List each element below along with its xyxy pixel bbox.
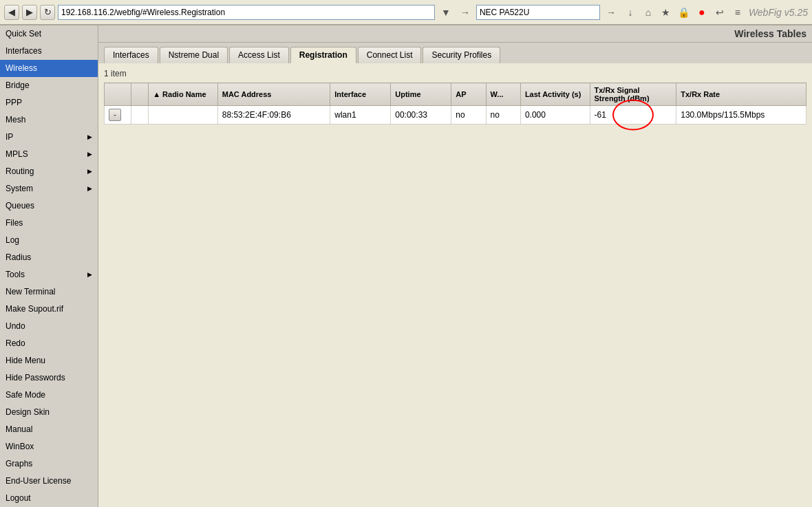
search-go-button[interactable]: → xyxy=(603,4,619,21)
back-button[interactable]: ◀ xyxy=(4,5,19,20)
sidebar-item-design-skin[interactable]: Design Skin xyxy=(0,404,98,421)
sidebar-item-ppp[interactable]: PPP xyxy=(0,94,98,111)
radio-name-cell xyxy=(149,106,218,125)
registration-table: ▲ Radio Name MAC Address Interface Uptim… xyxy=(104,83,806,125)
signal-strength-cell: -61 xyxy=(590,106,676,125)
sidebar-item-files[interactable]: Files xyxy=(0,215,98,232)
sidebar-item-redo[interactable]: Redo xyxy=(0,335,98,352)
sidebar-item-safe-mode[interactable]: Safe Mode xyxy=(0,387,98,404)
tab-interfaces[interactable]: Interfaces xyxy=(104,47,158,63)
rate-cell: 130.0Mbps/115.5Mbps xyxy=(676,106,806,125)
sidebar-item-quick-set[interactable]: Quick Set xyxy=(0,25,98,43)
sidebar-item-system[interactable]: System xyxy=(0,180,98,197)
action-cell: - xyxy=(105,106,131,125)
content-area: Wireless Tables InterfacesNstreme DualAc… xyxy=(98,25,812,507)
th-flag xyxy=(131,83,148,106)
table-area: 1 item ▲ Radio Name MAC Address Interfac… xyxy=(98,63,812,507)
table-row: -88:53:2E:4F:09:B6wlan100:00:33nono0.000… xyxy=(105,106,806,125)
addon-icon[interactable]: ● xyxy=(694,4,710,21)
uptime-cell: 00:00:33 xyxy=(391,106,451,125)
sidebar-item-mpls[interactable]: MPLS xyxy=(0,146,98,163)
th-signal: Tx/Rx Signal Strength (dBm) xyxy=(590,83,676,106)
sidebar-item-new-terminal[interactable]: New Terminal xyxy=(0,283,98,301)
tab-connect-list[interactable]: Connect List xyxy=(358,47,422,63)
browser-chrome: ◀ ▶ ↻ ▼ → → ↓ ⌂ ★ 🔒 ● ↩ ≡ WebFig v5.25 xyxy=(0,0,812,25)
menu-icon[interactable]: ≡ xyxy=(729,4,746,21)
lock-icon[interactable]: 🔒 xyxy=(676,4,692,21)
th-radio-name[interactable]: ▲ Radio Name xyxy=(149,83,218,106)
sidebar-item-undo[interactable]: Undo xyxy=(0,318,98,335)
search-bar[interactable] xyxy=(476,5,600,20)
tab-registration[interactable]: Registration xyxy=(290,47,356,63)
th-mac: MAC Address xyxy=(217,83,330,106)
sidebar-item-winbox[interactable]: WinBox xyxy=(0,438,98,455)
sidebar-item-routing[interactable]: Routing xyxy=(0,163,98,180)
sidebar: Quick SetInterfacesWirelessBridgePPPMesh… xyxy=(0,25,98,507)
sidebar-item-queues[interactable]: Queues xyxy=(0,197,98,215)
item-count: 1 item xyxy=(104,69,806,78)
content-header: Wireless Tables xyxy=(98,25,812,43)
th-rate: Tx/Rx Rate xyxy=(676,83,806,106)
main-layout: Quick SetInterfacesWirelessBridgePPPMesh… xyxy=(0,25,812,507)
last-activity-cell: 0.000 xyxy=(520,106,590,125)
th-last-activity: Last Activity (s) xyxy=(520,83,590,106)
mac-address-cell: 88:53:2E:4F:09:B6 xyxy=(217,106,330,125)
sidebar-item-manual[interactable]: Manual xyxy=(0,421,98,438)
sidebar-item-mesh[interactable]: Mesh xyxy=(0,111,98,129)
sidebar-item-hide-menu[interactable]: Hide Menu xyxy=(0,352,98,369)
dropdown-icon[interactable]: ▼ xyxy=(438,4,454,21)
sidebar-item-wireless[interactable]: Wireless xyxy=(0,60,98,77)
sidebar-item-hide-passwords[interactable]: Hide Passwords xyxy=(0,369,98,387)
forward-button[interactable]: ▶ xyxy=(22,5,37,20)
ap-cell: no xyxy=(451,106,486,125)
sidebar-item-log[interactable]: Log xyxy=(0,232,98,249)
th-ap: AP xyxy=(451,83,486,106)
back-history-icon[interactable]: ↩ xyxy=(712,4,728,21)
webfig-version: WebFig v5.25 xyxy=(749,7,808,18)
tab-access-list[interactable]: Access List xyxy=(229,47,289,63)
sidebar-item-graphs[interactable]: Graphs xyxy=(0,455,98,473)
browser-icons: ↓ ⌂ ★ 🔒 ● ↩ ≡ xyxy=(622,4,746,21)
th-interface: Interface xyxy=(330,83,391,106)
go-button[interactable]: → xyxy=(457,4,473,21)
reload-button[interactable]: ↻ xyxy=(40,5,55,20)
sidebar-item-ip[interactable]: IP xyxy=(0,129,98,146)
sidebar-item-radius[interactable]: Radius xyxy=(0,249,98,266)
sidebar-item-end-user-license[interactable]: End-User License xyxy=(0,473,98,490)
th-uptime: Uptime xyxy=(391,83,451,106)
tabs-bar: InterfacesNstreme DualAccess ListRegistr… xyxy=(98,43,812,63)
sidebar-item-make-supout.rif[interactable]: Make Supout.rif xyxy=(0,301,98,318)
remove-button[interactable]: - xyxy=(109,109,121,121)
th-action xyxy=(105,83,131,106)
w-cell: no xyxy=(486,106,520,125)
sidebar-item-interfaces[interactable]: Interfaces xyxy=(0,43,98,60)
download-icon[interactable]: ↓ xyxy=(622,4,639,21)
browser-toolbar: ◀ ▶ ↻ ▼ → → ↓ ⌂ ★ 🔒 ● ↩ ≡ WebFig v5.25 xyxy=(0,0,812,25)
page-title: Wireless Tables xyxy=(734,28,806,39)
interface-cell: wlan1 xyxy=(330,106,391,125)
tab-nstreme-dual[interactable]: Nstreme Dual xyxy=(160,47,228,63)
sidebar-item-tools[interactable]: Tools xyxy=(0,266,98,283)
flag-cell xyxy=(131,106,148,125)
tab-security-profiles[interactable]: Security Profiles xyxy=(423,47,500,63)
th-w: W... xyxy=(486,83,520,106)
sidebar-item-bridge[interactable]: Bridge xyxy=(0,77,98,94)
home-icon[interactable]: ⌂ xyxy=(640,4,656,21)
sidebar-item-logout[interactable]: Logout xyxy=(0,490,98,507)
table-header-row: ▲ Radio Name MAC Address Interface Uptim… xyxy=(105,83,806,106)
bookmark-icon[interactable]: ★ xyxy=(658,4,674,21)
address-bar[interactable] xyxy=(58,5,435,20)
